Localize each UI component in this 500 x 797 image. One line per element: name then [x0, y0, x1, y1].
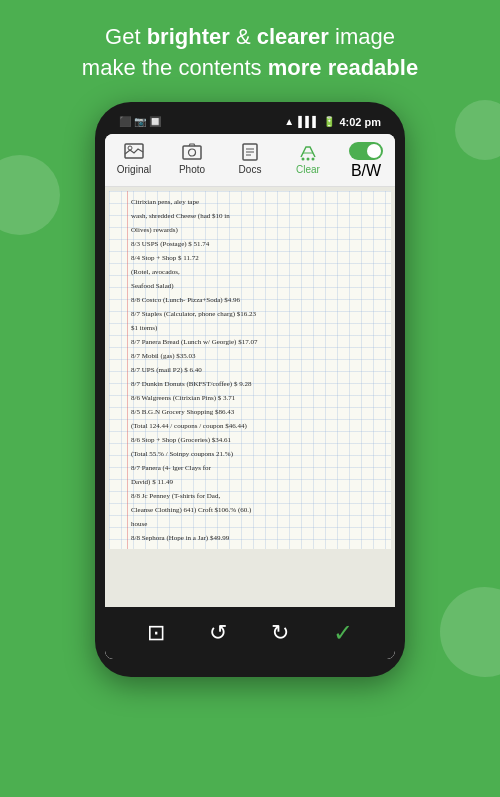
bottom-toolbar: ⊡ ↺ ↻ ✓	[105, 607, 395, 659]
phone-container: ⬛ 📷 🔲 ▲ ▌▌▌ 🔋 4:02 pm	[0, 102, 500, 677]
header-image: image	[329, 24, 395, 49]
bw-switch[interactable]	[349, 142, 383, 160]
svg-point-10	[307, 157, 310, 160]
docs-label: Docs	[239, 164, 262, 175]
docs-icon	[238, 142, 262, 162]
toolbar-original[interactable]: Original	[105, 140, 163, 182]
toolbar-photo[interactable]: Photo	[163, 140, 221, 182]
clear-icon	[296, 142, 320, 162]
crop-button[interactable]: ⊡	[147, 620, 165, 646]
header-amp: &	[230, 24, 257, 49]
undo-button[interactable]: ↺	[209, 620, 227, 646]
original-label: Original	[117, 164, 151, 175]
redo-button[interactable]: ↻	[271, 620, 289, 646]
header: Get brighter & clearer image make the co…	[0, 0, 500, 102]
note-content: Citrixian pens, aley tape wash, shredded…	[109, 191, 391, 549]
confirm-button[interactable]: ✓	[333, 619, 353, 647]
phone: ⬛ 📷 🔲 ▲ ▌▌▌ 🔋 4:02 pm	[95, 102, 405, 677]
svg-point-11	[312, 157, 315, 160]
header-clearer: clearer	[257, 24, 329, 49]
toolbar-clear[interactable]: Clear	[279, 140, 337, 182]
header-get: Get	[105, 24, 147, 49]
original-icon	[122, 142, 146, 162]
time-display: 4:02 pm	[339, 116, 381, 128]
image-area: Citrixian pens, aley tape wash, shredded…	[105, 187, 395, 607]
toolbar: Original Photo	[105, 134, 395, 187]
notebook-paper: Citrixian pens, aley tape wash, shredded…	[109, 191, 391, 549]
battery-icon: 🔋	[323, 116, 335, 127]
svg-rect-2	[183, 146, 201, 159]
clear-label: Clear	[296, 164, 320, 175]
toolbar-docs[interactable]: Docs	[221, 140, 279, 182]
header-make: make the contents	[82, 55, 268, 80]
svg-point-3	[189, 149, 196, 156]
bw-label: B/W	[351, 162, 381, 180]
phone-screen: Original Photo	[105, 134, 395, 659]
svg-point-9	[302, 157, 305, 160]
header-readable: more readable	[268, 55, 418, 80]
photo-label: Photo	[179, 164, 205, 175]
signal-icon: ▌▌▌	[298, 116, 319, 127]
wifi-icon: ▲	[284, 116, 294, 127]
notification-icons: ⬛ 📷 🔲	[119, 116, 161, 127]
toggle-knob	[367, 144, 381, 158]
header-brighter: brighter	[147, 24, 230, 49]
bw-toggle[interactable]: B/W	[337, 140, 395, 182]
status-bar: ⬛ 📷 🔲 ▲ ▌▌▌ 🔋 4:02 pm	[105, 114, 395, 134]
photo-icon	[180, 142, 204, 162]
